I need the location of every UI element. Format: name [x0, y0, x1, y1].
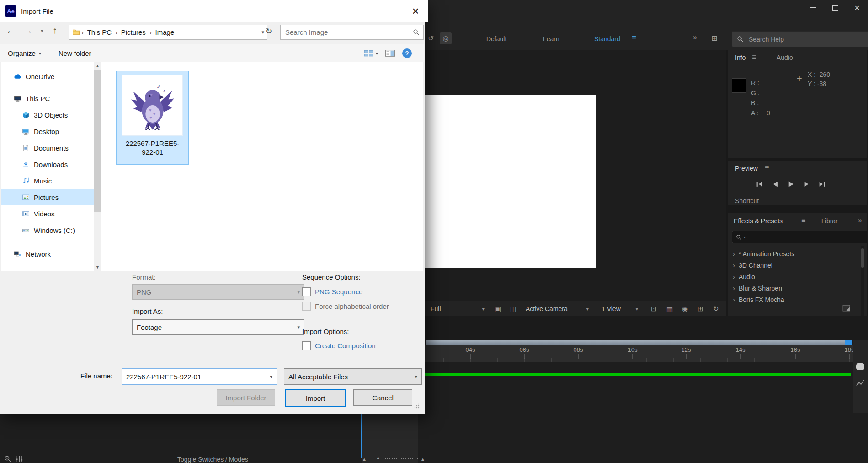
file-name-input[interactable]	[122, 373, 270, 381]
workspace-overflow-icon[interactable]: »	[693, 33, 697, 42]
workspace-menu-icon[interactable]: ≡	[632, 33, 636, 43]
workspace-tab-default[interactable]: Default	[486, 35, 506, 43]
back-button[interactable]: ←	[6, 25, 16, 36]
sidebar-scrollbar[interactable]: ▲ ▼	[94, 62, 101, 271]
search-input[interactable]	[284, 28, 413, 37]
effects-tree-item[interactable]: ›Blur & Sharpen	[733, 284, 782, 292]
choose-grid-icon[interactable]: ▦	[666, 305, 673, 313]
timeline-navigator[interactable]	[426, 340, 845, 345]
region-of-interest-icon[interactable]: ⊡	[651, 305, 657, 313]
help-button[interactable]: ?	[402, 48, 412, 58]
snapshot-icon[interactable]: ◉	[682, 305, 688, 313]
new-folder-button[interactable]: New folder	[59, 49, 91, 57]
workspace-tab-standard[interactable]: Standard	[594, 35, 620, 43]
up-button[interactable]: ↑	[53, 25, 57, 36]
png-sequence-row[interactable]: PNG Sequence	[302, 287, 362, 296]
address-bar[interactable]: › This PC › Pictures › Image ▾	[69, 25, 267, 40]
recent-locations-icon[interactable]: ▾	[41, 28, 43, 34]
file-item[interactable]: ♪ ♪ ♥ ♥ ♥ ♥	[116, 71, 189, 165]
sidebar-item-network[interactable]: Network	[1, 246, 94, 262]
sidebar-item-onedrive[interactable]: OneDrive	[1, 68, 94, 85]
shy-icon[interactable]	[856, 363, 864, 370]
help-search-input[interactable]	[748, 35, 868, 43]
composition-canvas[interactable]	[424, 95, 596, 268]
search-box[interactable]	[280, 25, 424, 40]
effects-tree-item[interactable]: ›* Animation Presets	[733, 250, 794, 258]
previous-frame-button[interactable]	[769, 179, 781, 189]
effects-tree-item[interactable]: ›Audio	[733, 273, 755, 280]
sidebar-item-documents[interactable]: Documents	[1, 140, 94, 156]
maximize-button[interactable]	[824, 0, 846, 16]
file-type-dropdown[interactable]: All Acceptable Files▾	[284, 368, 422, 385]
last-frame-button[interactable]	[816, 179, 828, 189]
tab-audio[interactable]: Audio	[777, 54, 793, 61]
workspace-switcher-icon[interactable]: ⊞	[711, 34, 717, 43]
navigator-handle-icon[interactable]: ●	[377, 455, 380, 461]
panel-corner-widget-icon[interactable]	[842, 305, 850, 312]
view-layout-dropdown[interactable]: 1 View▾	[602, 301, 638, 317]
import-folder-button[interactable]: Import Folder	[217, 389, 275, 406]
change-view-button[interactable]: ▾	[364, 49, 378, 57]
sidebar-item-music[interactable]: Music	[1, 172, 94, 189]
play-button[interactable]	[785, 179, 797, 189]
scroll-up-icon[interactable]: ▲	[362, 457, 367, 462]
transparency-grid-icon[interactable]: ◫	[510, 305, 517, 313]
dialog-close-button[interactable]: ×	[403, 0, 428, 22]
sidebar-item-windows-c[interactable]: Windows (C:)	[1, 222, 94, 238]
search-icon[interactable]	[413, 29, 420, 36]
sidebar-item-pictures[interactable]: Pictures	[1, 189, 94, 205]
effects-tree-item[interactable]: ›3D Channel	[733, 261, 772, 269]
help-search-box[interactable]	[732, 31, 868, 47]
close-window-button[interactable]: ×	[846, 0, 868, 16]
rotation-tool-icon[interactable]: ↺	[428, 34, 434, 43]
zoom-timeline-icon[interactable]	[4, 455, 11, 463]
workspace-tab-learn[interactable]: Learn	[543, 35, 559, 43]
first-frame-button[interactable]	[754, 179, 766, 189]
panel-menu-icon[interactable]: ≡	[801, 216, 805, 225]
sidebar-item-videos[interactable]: Videos	[1, 205, 94, 222]
time-ruler[interactable]: 04s 06s 08s 10s 12s 14s 16s 18s	[424, 345, 853, 362]
sidebar-item-downloads[interactable]: Downloads	[1, 156, 94, 172]
magnification-dropdown[interactable]: Full▾	[431, 301, 485, 317]
breadcrumb-item-image[interactable]: Image	[153, 28, 177, 36]
sidebar-item-3d-objects[interactable]: 3D Objects	[1, 107, 94, 123]
grid-guides-icon[interactable]: ▣	[495, 305, 501, 313]
effects-search-box[interactable]: ▾	[732, 231, 867, 243]
panel-overflow-icon[interactable]: »	[858, 216, 862, 225]
address-dropdown-icon[interactable]: ▾	[261, 29, 264, 35]
exposure-icon[interactable]: ↻	[713, 305, 719, 313]
resize-grip[interactable]	[414, 403, 420, 409]
file-name-combo[interactable]: ▾	[122, 368, 277, 385]
tab-effects-presets[interactable]: Effects & Presets	[734, 217, 783, 225]
scroll-down-arrow[interactable]: ▼	[94, 263, 101, 271]
graph-editor-icon[interactable]	[856, 380, 865, 387]
timeline-navigator-handle[interactable]	[845, 340, 852, 345]
import-as-dropdown[interactable]: Footage▾	[132, 319, 304, 335]
scroll-up-icon[interactable]: ▲	[421, 457, 425, 462]
flowchart-icon[interactable]: ⊞	[698, 305, 703, 313]
minimize-button[interactable]	[802, 0, 824, 16]
panel-menu-icon[interactable]: ≡	[765, 164, 769, 172]
tab-info[interactable]: Info	[735, 54, 746, 61]
forward-button[interactable]: →	[23, 25, 33, 36]
breadcrumb-item-pictures[interactable]: Pictures	[119, 28, 148, 36]
scrollbar-thumb[interactable]	[861, 248, 864, 268]
create-composition-checkbox[interactable]	[302, 341, 311, 350]
cancel-button[interactable]: Cancel	[353, 389, 412, 406]
scroll-up-arrow[interactable]: ▲	[94, 62, 101, 70]
scrollbar-thumb[interactable]	[94, 70, 101, 212]
current-time-indicator-line[interactable]	[361, 413, 362, 458]
chevron-down-icon[interactable]: ▾	[270, 374, 277, 380]
effects-search-input[interactable]	[747, 233, 867, 241]
organize-menu[interactable]: Organize▾	[8, 49, 41, 57]
camera-tool-icon[interactable]: ◎	[440, 32, 452, 44]
refresh-button[interactable]: ↻	[266, 27, 272, 36]
panel-menu-icon[interactable]: ≡	[752, 53, 756, 61]
png-sequence-checkbox[interactable]	[302, 287, 311, 296]
dialog-titlebar[interactable]: Ae Import File ×	[0, 0, 428, 22]
effects-tree-item[interactable]: ›Boris FX Mocha	[733, 296, 784, 303]
breadcrumb-item-this-pc[interactable]: This PC	[85, 28, 114, 36]
tab-libraries[interactable]: Librar	[821, 217, 838, 225]
switches-columns-icon[interactable]	[16, 455, 23, 463]
next-frame-button[interactable]	[800, 179, 812, 189]
